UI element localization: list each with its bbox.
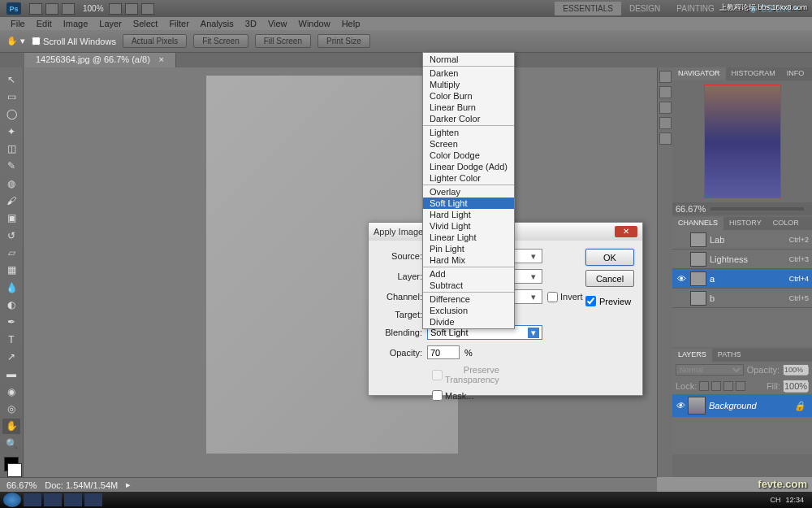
marquee-tool-icon[interactable]: ▭: [2, 89, 20, 104]
menu-window[interactable]: Window: [293, 18, 336, 29]
bridge-icon[interactable]: [29, 3, 42, 15]
visibility-eye-icon[interactable]: 👁: [676, 401, 685, 410]
menu-view[interactable]: View: [262, 18, 293, 29]
dodge-tool-icon[interactable]: ◐: [2, 297, 20, 312]
lasso-tool-icon[interactable]: ◯: [2, 106, 20, 122]
shape-tool-icon[interactable]: ▬: [2, 367, 20, 382]
dropdown-item[interactable]: Subtract: [423, 280, 514, 291]
navigator-zoom-slider[interactable]: [710, 207, 804, 211]
workspace-design[interactable]: DESIGN: [621, 2, 668, 15]
hand-tool-icon[interactable]: ✋ ▾: [6, 36, 25, 46]
zoom-tool-icon[interactable]: 🔍: [2, 436, 20, 451]
taskbar-app-icon[interactable]: [44, 493, 62, 506]
screen-mode-icon[interactable]: [141, 3, 154, 15]
channel-row[interactable]: LightnessCtrl+3: [672, 250, 812, 269]
navigator-thumbnail[interactable]: [672, 80, 812, 202]
channel-row[interactable]: bCtrl+5: [672, 289, 812, 308]
menu-layer[interactable]: Layer: [93, 18, 127, 29]
ok-button[interactable]: OK: [585, 249, 634, 266]
menu-filter[interactable]: Filter: [163, 18, 194, 29]
dropdown-item[interactable]: Darken: [423, 67, 514, 79]
lock-transparency-icon[interactable]: [699, 381, 709, 391]
dropdown-item[interactable]: Hard Light: [423, 209, 514, 220]
dropdown-item[interactable]: Lighter Color: [423, 172, 514, 184]
tab-channels[interactable]: CHANNELS: [672, 217, 723, 230]
panel-icon[interactable]: [659, 117, 672, 129]
layer-fill-input[interactable]: [783, 380, 809, 393]
stamp-tool-icon[interactable]: ▣: [2, 211, 20, 226]
history-brush-tool-icon[interactable]: ↺: [2, 228, 20, 243]
pen-tool-icon[interactable]: ✒: [2, 315, 20, 330]
tab-close-icon[interactable]: ×: [159, 54, 164, 64]
visibility-eye-icon[interactable]: 👁: [676, 274, 687, 284]
channel-row[interactable]: 👁aCtrl+4: [672, 269, 812, 289]
healing-tool-icon[interactable]: ◍: [2, 176, 20, 191]
dropdown-item[interactable]: Screen: [423, 138, 514, 150]
eyedropper-tool-icon[interactable]: ✎: [2, 158, 20, 174]
status-zoom[interactable]: 66.67%: [6, 480, 37, 490]
dropdown-item[interactable]: Divide: [423, 316, 514, 328]
dropdown-item[interactable]: Difference: [423, 293, 514, 305]
taskbar-app-icon[interactable]: [84, 493, 102, 506]
layer-thumbnail[interactable]: [688, 397, 706, 415]
dropdown-item[interactable]: Normal: [423, 54, 514, 65]
background-swatch[interactable]: [7, 463, 22, 477]
menu-select[interactable]: Select: [127, 18, 164, 29]
taskbar-app-icon[interactable]: [64, 493, 82, 506]
print-size-button[interactable]: Print Size: [317, 34, 370, 48]
dropdown-item[interactable]: Color Dodge: [423, 150, 514, 161]
dropdown-item[interactable]: Vivid Light: [423, 220, 514, 232]
mask-checkbox[interactable]: Mask...: [432, 390, 477, 401]
lock-all-icon[interactable]: [736, 381, 745, 391]
dropdown-item[interactable]: Color Burn: [423, 90, 514, 102]
preview-checkbox[interactable]: Preview: [585, 296, 634, 306]
blur-tool-icon[interactable]: 💧: [2, 280, 20, 295]
gradient-tool-icon[interactable]: ▦: [2, 263, 20, 278]
panel-icon[interactable]: [659, 71, 672, 83]
dropdown-item[interactable]: Overlay: [423, 186, 514, 198]
arrange-icon[interactable]: [125, 3, 138, 15]
dropdown-item[interactable]: Add: [423, 268, 514, 280]
scroll-all-windows-checkbox[interactable]: Scroll All Windows: [32, 37, 116, 46]
panel-icon[interactable]: [659, 86, 672, 98]
workspace-painting[interactable]: PAINTING: [668, 2, 722, 15]
layer-opacity-input[interactable]: [783, 364, 809, 376]
tab-navigator[interactable]: NAVIGATOR: [672, 67, 726, 80]
status-doc[interactable]: Doc: 1.54M/1.54M: [45, 480, 118, 490]
tab-color[interactable]: COLOR: [767, 217, 805, 230]
hand-tool-icon[interactable]: ✋: [2, 419, 20, 434]
dropdown-item[interactable]: Exclusion: [423, 305, 514, 316]
move-tool-icon[interactable]: ↖: [2, 72, 20, 87]
fill-screen-button[interactable]: Fill Screen: [255, 34, 311, 48]
tab-layers[interactable]: LAYERS: [672, 349, 712, 362]
dropdown-item[interactable]: Linear Light: [423, 232, 514, 243]
dropdown-item[interactable]: Multiply: [423, 79, 514, 90]
fit-screen-button[interactable]: Fit Screen: [193, 34, 248, 48]
3d-tool-icon[interactable]: ◉: [2, 384, 20, 399]
layer-row[interactable]: 👁 Background 🔒: [672, 394, 812, 417]
workspace-essentials[interactable]: ESSENTIALS: [555, 2, 621, 15]
menu-edit[interactable]: Edit: [31, 18, 58, 29]
crop-tool-icon[interactable]: ◫: [2, 141, 20, 156]
opacity-input[interactable]: [427, 345, 460, 359]
path-tool-icon[interactable]: ↗: [2, 349, 20, 364]
document-tab[interactable]: 14256364.jpg @ 66.7% (a/8) ×: [24, 53, 176, 67]
view-extras-icon[interactable]: [109, 3, 122, 15]
navigator-zoom-value[interactable]: 66.67%: [676, 204, 706, 214]
zoom-display[interactable]: 100%: [83, 4, 104, 13]
type-tool-icon[interactable]: T: [2, 332, 20, 347]
wand-tool-icon[interactable]: ✦: [2, 124, 20, 139]
eraser-tool-icon[interactable]: ▱: [2, 245, 20, 260]
dropdown-item[interactable]: Hard Mix: [423, 254, 514, 266]
camera-tool-icon[interactable]: ◎: [2, 401, 20, 416]
dropdown-item[interactable]: Soft Light: [423, 198, 514, 209]
cancel-button[interactable]: Cancel: [585, 270, 634, 287]
tab-info[interactable]: INFO: [781, 67, 810, 80]
dialog-close-icon[interactable]: ✕: [615, 226, 637, 237]
taskbar-app-icon[interactable]: [24, 493, 41, 506]
menu-3d[interactable]: 3D: [240, 18, 262, 29]
status-arrow-icon[interactable]: ▸: [126, 480, 131, 490]
dropdown-item[interactable]: Linear Burn: [423, 102, 514, 113]
blend-mode-select[interactable]: Normal: [676, 364, 744, 376]
minibridge-icon[interactable]: [45, 3, 58, 15]
